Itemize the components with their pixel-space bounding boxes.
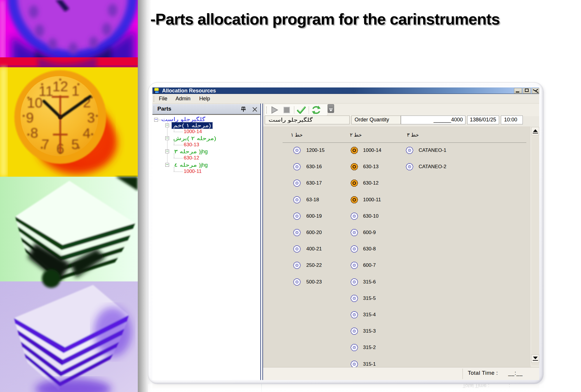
svg-text:3: 3 xyxy=(87,110,95,125)
svg-text:11: 11 xyxy=(39,83,53,99)
svg-text:1: 1 xyxy=(72,83,80,99)
svg-text:5: 5 xyxy=(71,137,79,152)
svg-text:8: 8 xyxy=(30,125,38,141)
svg-text:9: 9 xyxy=(26,110,34,125)
svg-text:12: 12 xyxy=(52,79,68,94)
svg-text:4: 4 xyxy=(83,125,91,141)
svg-text:7: 7 xyxy=(42,137,49,152)
